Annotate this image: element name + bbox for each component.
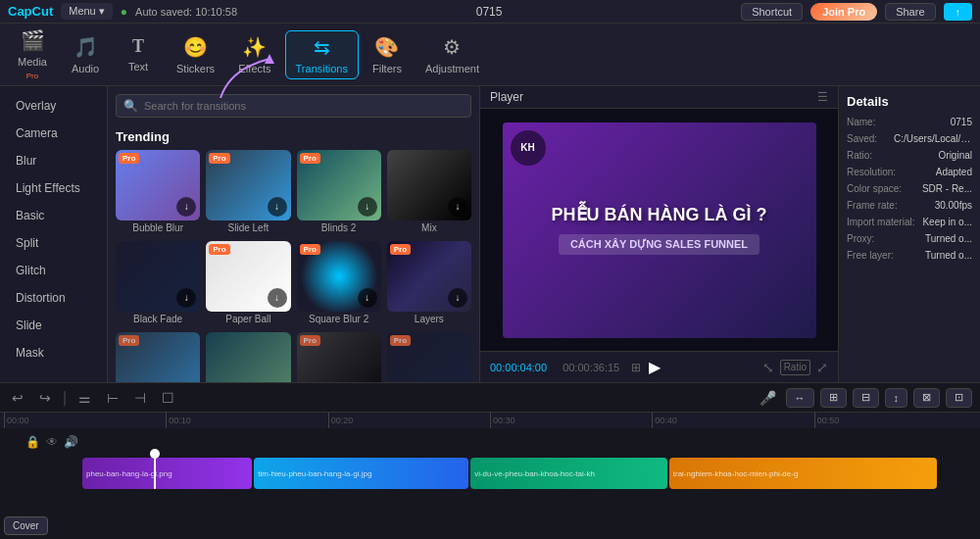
join-pro-button[interactable]: Join Pro [810, 3, 877, 21]
detail-row-resolution: Resolution: Adapted [847, 167, 972, 177]
timeline-toolbar: ↩ ↪ | ⚌ ⊢ ⊣ ☐ 🎤 ↔ ⊞ ⊟ ↕ ⊠ ⊡ [0, 383, 980, 413]
split-button[interactable]: ⚌ [74, 388, 95, 408]
toolbar-item-filters[interactable]: 🎨 Filters [363, 31, 412, 78]
shortcut-button[interactable]: Shortcut [741, 3, 803, 21]
download-button[interactable]: ↓ [358, 197, 377, 217]
share-button[interactable]: Share [885, 3, 935, 21]
player-controls: 00:00:04:00 00:00:36:15 ⊞ ▶ ⤡ Ratio ⤢ [480, 351, 838, 382]
sidebar-item-glitch[interactable]: Glitch [4, 258, 103, 283]
download-button[interactable]: ↓ [268, 197, 287, 217]
download-button[interactable]: ↓ [358, 288, 377, 308]
download-button[interactable]: ↓ [176, 197, 196, 217]
sidebar-item-distortion[interactable]: Distortion [4, 285, 103, 311]
video-preview: KH PHỄU BÁN HÀNG LÀ GÌ ? CÁCH XÂY DỰNG S… [503, 122, 816, 338]
tl-tool-4[interactable]: ↕ [885, 388, 908, 408]
clip-3[interactable]: vi-du-ve-pheu-ban-khoa-hoc-tai-kh [470, 458, 667, 489]
download-button[interactable]: ↓ [448, 288, 467, 308]
clip-1[interactable]: pheu-ban-hang-la-gi.png [82, 458, 252, 489]
track-icons: 🔒 👁 🔊 [8, 435, 86, 449]
toolbar-item-effects[interactable]: ✨ Effects [228, 31, 280, 78]
undo-button[interactable]: ↩ [8, 388, 27, 408]
transition-item[interactable]: Pro [297, 332, 381, 382]
ruler-mark: 00:00 [4, 413, 166, 428]
transition-item[interactable]: Pro [116, 332, 200, 382]
tl-tool-2[interactable]: ⊞ [820, 388, 847, 408]
toolbar-label-transitions: Transitions [296, 63, 348, 74]
tl-tool-1[interactable]: ↔ [786, 388, 814, 408]
sidebar-item-split[interactable]: Split [4, 230, 103, 256]
transition-item[interactable]: Pro ↓ Blinds 2 [297, 150, 381, 233]
cover-button[interactable]: Cover [4, 516, 48, 535]
section-title-trending: Trending [108, 125, 479, 150]
sidebar-item-mask[interactable]: Mask [4, 340, 103, 366]
player-title: Player [490, 90, 523, 104]
video-sub-text: CÁCH XÂY DỰNG SALES FUNNEL [559, 234, 760, 255]
clip-2[interactable]: tim-hieu-pheu-ban-hang-la-gi.jpg [254, 458, 468, 489]
detail-key: Frame rate: [847, 200, 898, 211]
pro-badge: Pro [209, 153, 229, 164]
details-panel: Details Name: 0715 Saved: C:/Users/Local… [838, 86, 980, 382]
export-button[interactable]: ↑ [944, 3, 973, 21]
lock-icon[interactable]: 🔒 [25, 435, 40, 449]
thumb-label: Mix [387, 222, 471, 233]
detail-row-proxy: Proxy: Turned o... [847, 233, 972, 244]
toolbar-item-stickers[interactable]: 😊 Stickers [167, 31, 224, 78]
main-content: Overlay Camera Blur Light Effects Basic … [0, 86, 980, 382]
transition-item[interactable]: Pro ↓ Square Blur 2 [297, 241, 381, 324]
delete-button[interactable]: ☐ [158, 388, 178, 408]
download-button[interactable]: ↓ [268, 288, 287, 308]
toolbar-item-audio[interactable]: 🎵 Audio [61, 31, 110, 78]
details-title: Details [847, 94, 972, 109]
transition-item[interactable]: ↓ Black Fade [116, 241, 200, 324]
download-button[interactable]: ↓ [448, 197, 467, 217]
ruler-marks: 00:00 00:10 00:20 00:30 00:40 00:50 [4, 413, 976, 428]
redo-button[interactable]: ↪ [35, 388, 55, 408]
tl-tool-5[interactable]: ⊠ [913, 388, 940, 408]
tl-tool-3[interactable]: ⊟ [853, 388, 879, 408]
clip-text: pheu-ban-hang-la-gi.png [82, 467, 176, 480]
ratio-button[interactable]: Ratio [780, 360, 810, 375]
play-button[interactable]: ▶ [649, 358, 661, 376]
fullscreen-icon[interactable]: ⤡ [762, 360, 774, 375]
clip-4[interactable]: trai-nghiem-khoa-hoc-mien-phi-de-g [669, 458, 938, 489]
toolbar-item-media[interactable]: 🎬 Media Pro [8, 24, 57, 84]
menu-button[interactable]: Menu ▾ [61, 3, 113, 20]
transition-item[interactable] [206, 332, 290, 382]
detail-val: C:/Users/Local/Ca... [894, 133, 972, 144]
transition-item[interactable]: Pro ↓ Bubble Blur [116, 150, 200, 233]
toolbar-item-transitions[interactable]: ⇆ Transitions [285, 30, 359, 79]
detail-key: Name: [847, 117, 875, 127]
detail-row-colorspace: Color space: SDR - Re... [847, 183, 972, 194]
transition-item[interactable]: Pro ↓ Paper Ball [206, 241, 290, 324]
sidebar-item-basic[interactable]: Basic [4, 203, 103, 228]
transitions-grid-row1: Pro ↓ Bubble Blur Pro ↓ Slide Left Pro ↓… [108, 150, 479, 241]
transition-item[interactable]: Pro [387, 332, 471, 382]
transition-item[interactable]: ↓ Mix [387, 150, 471, 233]
transition-item[interactable]: Pro ↓ Slide Left [206, 150, 290, 233]
toolbar-item-text[interactable]: T Text [114, 32, 163, 76]
eye-icon[interactable]: 👁 [46, 435, 58, 449]
thumb-label: Slide Left [206, 222, 290, 233]
auto-saved-label: Auto saved: 10:10:58 [135, 6, 237, 18]
search-input[interactable] [116, 94, 471, 118]
expand-icon[interactable]: ⤢ [816, 360, 828, 375]
sidebar-item-overlay[interactable]: Overlay [4, 93, 103, 119]
download-button[interactable]: ↓ [176, 288, 196, 308]
sidebar-item-camera[interactable]: Camera [4, 121, 103, 146]
transitions-icon: ⇆ [314, 35, 330, 59]
thumb-label: Blinds 2 [297, 222, 381, 233]
toolbar-item-adjustment[interactable]: ⚙ Adjustment [416, 31, 489, 78]
player-menu-icon[interactable]: ☰ [817, 90, 828, 104]
tl-tool-6[interactable]: ⊡ [946, 388, 972, 408]
timeline: ↩ ↪ | ⚌ ⊢ ⊣ ☐ 🎤 ↔ ⊞ ⊟ ↕ ⊠ ⊡ 00:00 00:10 … [0, 382, 980, 539]
trim-left-button[interactable]: ⊢ [103, 388, 122, 408]
sidebar-item-blur[interactable]: Blur [4, 148, 103, 173]
player-area: Player ☰ KH PHỄU BÁN HÀNG LÀ GÌ ? CÁCH X… [480, 86, 838, 382]
media-icon: 🎬 [21, 28, 45, 52]
mute-icon[interactable]: 🔊 [64, 435, 78, 449]
transition-item[interactable]: Pro ↓ Layers [387, 241, 471, 324]
sidebar-item-light-effects[interactable]: Light Effects [4, 175, 103, 201]
trim-right-button[interactable]: ⊣ [130, 388, 150, 408]
sidebar-item-slide[interactable]: Slide [4, 313, 103, 338]
mic-button[interactable]: 🎤 [756, 388, 780, 408]
